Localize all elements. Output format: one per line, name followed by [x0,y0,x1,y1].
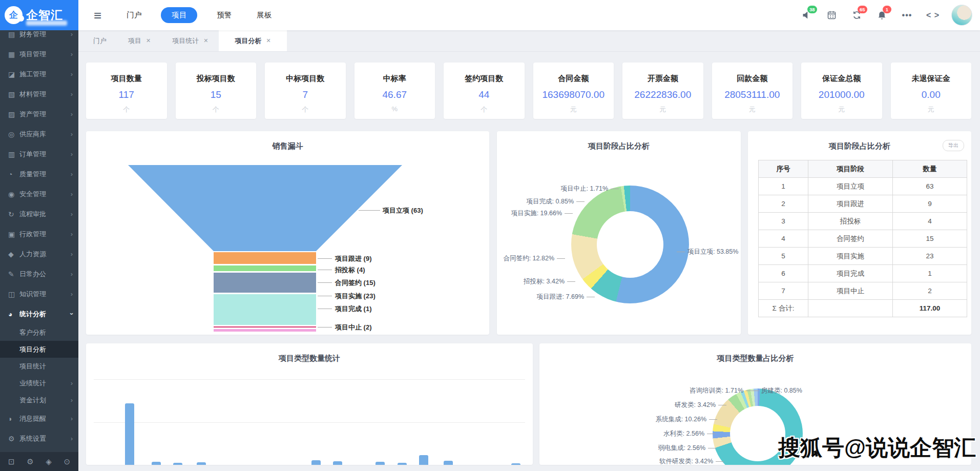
donut-label: 弱电集成: 2.56% [658,444,705,453]
table-row[interactable]: 6项目完成1 [759,265,967,282]
nav-item-展板[interactable]: 展板 [257,10,272,20]
stat-value: 46.67 [355,89,435,100]
stat-unit: % [355,105,435,113]
sidebar-item-流程审批[interactable]: ↻流程审批› [0,204,78,224]
stat-card-合同金额[interactable]: 合同金额163698070.00元 [533,63,614,119]
power-icon[interactable]: ⊙ [64,457,70,466]
sidebar-item-质量管理[interactable]: ◔质量管理› [0,164,78,184]
table-header: 项目阶段 [808,160,893,178]
bar[interactable] [125,403,134,465]
sidebar-item-知识管理[interactable]: ◫知识管理› [0,284,78,304]
chart-title: 项目类型数量占比分析 [539,354,971,363]
bar[interactable] [311,460,321,465]
bar[interactable] [444,461,453,465]
bar[interactable] [419,455,428,465]
sidebar-item-人力资源[interactable]: ◆人力资源› [0,244,78,264]
chevron-right-icon: › [71,90,73,98]
sidebar-item-安全管理[interactable]: ◉安全管理› [0,184,78,204]
sidebar-subitem-业绩统计[interactable]: 业绩统计› [0,375,78,392]
bar[interactable] [197,462,206,465]
funnel-segment-项目立项[interactable] [128,165,402,251]
funnel-segment-项目完成[interactable] [214,326,316,328]
bar[interactable] [398,463,407,465]
type-bar-card: 项目类型数量统计 [86,343,533,465]
close-icon[interactable]: ✕ [266,37,270,44]
funnel-segment-项目跟进[interactable] [214,252,316,264]
monitor-icon[interactable]: ⊡ [8,457,15,466]
bar[interactable] [511,463,520,465]
table-row[interactable]: 3招投标4 [759,213,967,230]
stat-card-未退保证金[interactable]: 未退保证金0.00元 [891,63,972,119]
sidebar-item-系统设置[interactable]: ⚙系统设置› [0,428,78,448]
sidebar-item-材料管理[interactable]: ▧材料管理› [0,84,78,104]
sidebar-item-项目管理[interactable]: ▦项目管理› [0,44,78,64]
stat-card-回款金额[interactable]: 回款金额28053111.00元 [712,63,793,119]
sidebar-item-label: 统计分析 [19,310,71,319]
chevron-right-icon: › [71,270,73,278]
funnel-segment-合同签约[interactable] [214,273,316,293]
stat-card-投标项目数[interactable]: 投标项目数15个 [176,63,257,119]
calendar-icon[interactable] [826,9,838,21]
stat-card-保证金总额[interactable]: 保证金总额201000.00元 [801,63,882,119]
close-icon[interactable]: ✕ [203,37,208,44]
close-icon[interactable]: ✕ [146,37,151,44]
bar[interactable] [333,461,342,465]
sidebar-item-日常办公[interactable]: ✎日常办公› [0,264,78,284]
stat-card-中标率[interactable]: 中标率46.67% [355,63,435,119]
table-row[interactable]: 4合同签约15 [759,230,967,248]
sidebar-subitem-项目分析[interactable]: 项目分析 [0,341,78,358]
sidebar-item-行政管理[interactable]: ▣行政管理› [0,224,78,244]
menu-toggle-icon[interactable]: ≡ [94,9,101,22]
announcement-icon[interactable]: 38 [801,9,812,21]
funnel-segment-项目实施[interactable] [214,294,316,325]
gear-icon[interactable]: ⚙ [27,457,33,466]
table-row[interactable]: 2项目跟进9 [759,195,967,213]
funnel-segment-招投标[interactable] [214,265,316,271]
tab-项目统计[interactable]: 项目统计✕ [161,30,219,51]
sidebar-item-label: 供应商库 [19,130,71,139]
stat-card-项目数量[interactable]: 项目数量117个 [86,63,167,119]
sidebar-item-统计分析[interactable]: ◕统计分析› [0,304,78,324]
sidebar-subitem-资金计划[interactable]: 资金计划› [0,392,78,408]
nav-item-预警[interactable]: 预警 [217,10,232,20]
table-cell: 2 [893,282,967,300]
export-button[interactable]: 导出 [943,140,964,151]
sidebar-subitem-客户分析[interactable]: 客户分析 [0,324,78,341]
sidebar-menu: ▤财务管理›▦项目管理›◪施工管理›▧材料管理›▨资产管理›◎供应商库›▥订单管… [0,24,78,448]
stat-card-开票金额[interactable]: 开票金额26222836.00元 [622,63,703,119]
table-row[interactable]: 7项目中止2 [759,282,967,300]
sidebar-item-label: 安全管理 [19,190,71,199]
project-icon: ▦ [8,50,19,58]
bar[interactable] [152,462,161,465]
table-row[interactable]: 5项目实施23 [759,248,967,265]
sidebar-item-订单管理[interactable]: ▥订单管理› [0,144,78,164]
app-logo[interactable]: 企智汇企 企智汇 [0,0,78,30]
table-row[interactable]: 1项目立项63 [759,178,967,195]
more-icon[interactable]: ••• [901,9,913,21]
sidebar-item-资产管理[interactable]: ▨资产管理› [0,104,78,124]
sidebar-item-供应商库[interactable]: ◎供应商库› [0,124,78,144]
stat-card-中标项目数[interactable]: 中标项目数7个 [265,63,346,119]
sidebar-item-施工管理[interactable]: ◪施工管理› [0,64,78,84]
sync-icon[interactable]: 65 [851,9,863,21]
tab-label: 项目分析 [235,36,261,46]
topbar-actions: 38651•••< > [801,5,980,26]
nav-item-门户[interactable]: 门户 [127,10,141,20]
chart-title: 项目阶段占比分析 [748,141,971,151]
bell-icon[interactable]: 1 [876,9,888,21]
bar[interactable] [173,463,182,465]
sidebar-item-label: 消息提醒 [19,414,71,423]
user-avatar[interactable] [951,5,972,26]
sidebar-item-消息提醒[interactable]: ◗消息提醒› [0,408,78,428]
lock-icon[interactable]: ◈ [46,457,52,466]
funnel-segment-项目中止[interactable] [214,329,316,332]
sidebar-subitem-项目统计[interactable]: 项目统计 [0,358,78,375]
tab-门户[interactable]: 门户 [82,30,117,51]
tab-项目[interactable]: 项目✕ [117,30,161,51]
stat-card-签约项目数[interactable]: 签约项目数44个 [444,63,525,119]
bar[interactable] [376,462,385,465]
nav-item-项目[interactable]: 项目 [161,7,197,23]
funnel-label: 项目完成 (1) [335,304,372,314]
code-icon[interactable]: < > [926,9,938,21]
tab-项目分析[interactable]: 项目分析✕ [219,30,286,51]
